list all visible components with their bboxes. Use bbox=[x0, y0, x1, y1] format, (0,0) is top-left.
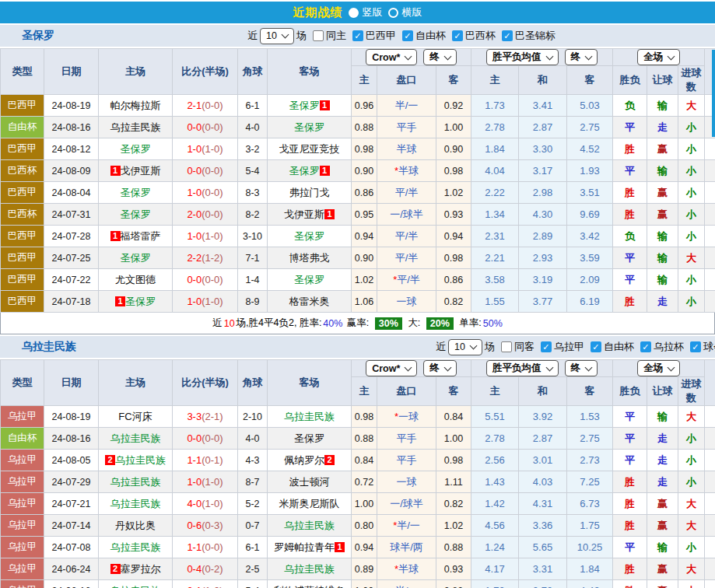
league-badge: 乌拉甲 bbox=[1, 580, 44, 588]
scope-select[interactable]: 全场 bbox=[637, 49, 680, 65]
team-title[interactable]: 乌拉圭民族 bbox=[22, 340, 76, 354]
recent-count-select[interactable]: 10 bbox=[260, 28, 294, 44]
home-odds: 1.00 bbox=[352, 493, 377, 515]
team-name[interactable]: 圣保罗 bbox=[294, 230, 324, 242]
team-name[interactable]: 尤文图德 bbox=[115, 274, 156, 285]
team-name[interactable]: FC河床 bbox=[118, 411, 152, 422]
team-name[interactable]: 罗姆帕拉青年 bbox=[274, 541, 335, 553]
team-name[interactable]: 圣保罗 bbox=[121, 208, 151, 220]
team-name[interactable]: 格雷米奥 bbox=[289, 296, 330, 307]
team-name[interactable]: 圣保罗 bbox=[125, 296, 156, 307]
section-head-saopaulo: 圣保罗 近 10 场 同主 ✓ 巴西甲 ✓ 自由杯 ✓ 巴西杯 ✓ 巴圣锦标 bbox=[0, 23, 715, 48]
team-name[interactable]: 丹奴比奥 bbox=[115, 520, 156, 531]
team-name[interactable]: 佩纳罗尔 bbox=[284, 454, 324, 466]
col-header-home: 主场 bbox=[99, 49, 173, 95]
odds-final-select[interactable]: 终 bbox=[423, 360, 457, 376]
home-team: 圣保罗 bbox=[99, 247, 173, 269]
scrollbar-thumb[interactable] bbox=[712, 50, 715, 137]
team-name[interactable]: 塞罗拉尔 bbox=[121, 563, 161, 575]
match-row: 巴西甲24-07-22尤文图德0-0(0-0)1-4圣保罗1.02*平/半0.8… bbox=[1, 269, 715, 291]
avg-final-select[interactable]: 终 bbox=[565, 49, 598, 65]
team-name[interactable]: 弗拉门戈 bbox=[289, 187, 330, 198]
handicap-outcome: 赢 bbox=[647, 204, 678, 226]
red-number-badge: 1 bbox=[320, 166, 330, 176]
avg-final-select[interactable]: 终 bbox=[565, 360, 598, 376]
avg-draw: 3.30 bbox=[519, 138, 567, 160]
league-checkbox-2[interactable]: ✓ bbox=[452, 30, 463, 41]
league-checkbox-3[interactable]: ✓ bbox=[502, 30, 513, 41]
team-name[interactable]: 乌拉圭民族 bbox=[110, 498, 161, 509]
team-name[interactable]: 乌拉圭民族 bbox=[110, 585, 161, 588]
match-row: 乌拉甲24-07-08乌拉圭民族1-1(0-0)6-1罗姆帕拉青年10.94球半… bbox=[1, 537, 715, 558]
league-checkbox-1[interactable]: ✓ bbox=[591, 341, 601, 352]
home-odds: 0.98 bbox=[352, 138, 377, 160]
goals-outcome: 小 bbox=[678, 138, 705, 160]
goals-outcome: 小 bbox=[678, 182, 705, 204]
team-name[interactable]: 波士顿河 bbox=[289, 476, 330, 488]
handicap: 平手 bbox=[377, 117, 436, 138]
team-name[interactable]: 圣保罗 bbox=[121, 187, 151, 198]
team-name[interactable]: 乌拉圭民族 bbox=[284, 411, 335, 422]
away-odds: 0.90 bbox=[436, 138, 471, 160]
team-name[interactable]: 乌拉圭民族 bbox=[110, 541, 161, 553]
radio-selected-icon[interactable] bbox=[349, 8, 359, 18]
red-number-badge: 2 bbox=[110, 564, 121, 574]
corner-score: 6-1 bbox=[238, 537, 268, 558]
corner-score: 8-2 bbox=[238, 204, 268, 226]
home-odds: 0.98 bbox=[352, 406, 377, 428]
odds-company-select[interactable]: Crow* bbox=[366, 49, 417, 65]
avg-type-select[interactable]: 胜平负均值 bbox=[486, 360, 559, 376]
league-checkbox-0[interactable]: ✓ bbox=[541, 341, 552, 352]
team-name[interactable]: 戈伊亚斯 bbox=[121, 165, 161, 177]
match-date: 24-08-12 bbox=[44, 138, 99, 160]
team-name[interactable]: 博塔弗戈 bbox=[289, 252, 330, 264]
team-name[interactable]: 戈伊亚斯 bbox=[284, 208, 324, 220]
team-name[interactable]: 乌拉圭民族 bbox=[284, 563, 335, 575]
team-name[interactable]: 乌拉圭民族 bbox=[110, 476, 161, 488]
avg-type-select[interactable]: 胜平负均值 bbox=[486, 49, 559, 65]
team-name[interactable]: 圣保罗 bbox=[289, 165, 320, 177]
team-name[interactable]: 利物浦蒙特维多 bbox=[274, 585, 345, 588]
team-name[interactable]: 圣保罗 bbox=[121, 143, 151, 155]
avg-home: 1.24 bbox=[471, 537, 519, 558]
avg-away: 10.25 bbox=[567, 537, 613, 558]
team-name[interactable]: 乌拉圭民族 bbox=[115, 454, 166, 466]
team-name[interactable]: 乌拉圭民族 bbox=[110, 121, 161, 133]
avg-home: 2.78 bbox=[471, 428, 519, 450]
team-name[interactable]: 帕尔梅拉斯 bbox=[110, 100, 161, 111]
team-name[interactable]: 乌拉圭民族 bbox=[284, 520, 335, 531]
handicap: 平手 bbox=[377, 450, 436, 471]
league-checkbox-0[interactable]: ✓ bbox=[352, 30, 363, 41]
match-row: 巴西杯24-08-091戈伊亚斯0-0(0-0)5-4圣保罗10.90*半球0.… bbox=[1, 160, 715, 182]
radio-unselected-icon[interactable] bbox=[388, 8, 398, 18]
same-venue-checkbox[interactable] bbox=[501, 341, 512, 352]
orientation-radio-horizontal[interactable]: 横版 bbox=[388, 5, 422, 19]
team-name[interactable]: 米斯奥尼斯队 bbox=[279, 498, 340, 509]
goals-outcome: 大 bbox=[678, 406, 705, 428]
col-header-score: 比分(半场) bbox=[173, 360, 238, 406]
odds-select-group: Crow* 终 bbox=[352, 360, 471, 377]
away-odds: 0.82 bbox=[436, 291, 471, 313]
sub-header-avg-home: 主 bbox=[471, 377, 519, 406]
team-name[interactable]: 福塔雷萨 bbox=[121, 230, 161, 242]
match-date: 24-07-21 bbox=[44, 493, 99, 515]
orientation-radio-vertical[interactable]: 竖版 bbox=[349, 5, 383, 19]
recent-count-select[interactable]: 10 bbox=[448, 339, 482, 355]
team-name[interactable]: 圣保罗 bbox=[294, 121, 324, 133]
team-name[interactable]: 乌拉圭民族 bbox=[110, 432, 161, 444]
odds-final-select[interactable]: 终 bbox=[423, 49, 457, 65]
team-name[interactable]: 圣保罗 bbox=[294, 274, 324, 285]
match-date: 24-07-18 bbox=[44, 291, 99, 313]
team-name[interactable]: 圣保罗 bbox=[289, 100, 320, 111]
match-row: 巴西甲24-08-04圣保罗1-0(0-0)8-3弗拉门戈0.86平/半1.02… bbox=[1, 182, 715, 204]
team-name[interactable]: 圣保罗 bbox=[121, 252, 151, 264]
team-name[interactable]: 戈亚尼亚竞技 bbox=[279, 143, 340, 155]
league-checkbox-2[interactable]: ✓ bbox=[640, 341, 651, 352]
same-venue-checkbox[interactable] bbox=[313, 30, 324, 41]
scope-select[interactable]: 全场 bbox=[637, 360, 680, 376]
odds-company-select[interactable]: Crow* bbox=[366, 360, 417, 376]
team-name[interactable]: 圣保罗 bbox=[294, 432, 324, 444]
league-checkbox-3[interactable]: ✓ bbox=[690, 341, 701, 352]
league-checkbox-1[interactable]: ✓ bbox=[402, 30, 413, 41]
team-title[interactable]: 圣保罗 bbox=[22, 29, 54, 43]
